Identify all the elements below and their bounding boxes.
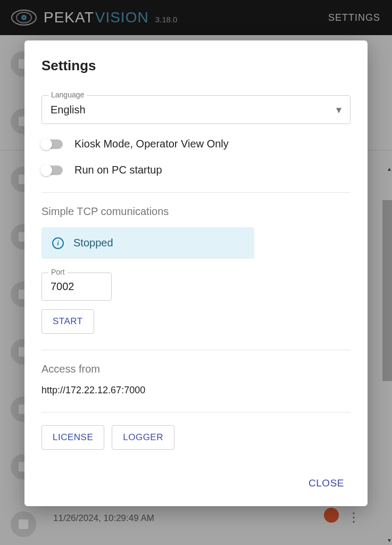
dropdown-icon: ▾: [336, 103, 341, 116]
kiosk-label: Kiosk Mode, Operator View Only: [74, 138, 229, 150]
divider: [41, 350, 351, 350]
logger-button[interactable]: LOGGER: [112, 425, 174, 450]
startup-toggle-row: Run on PC startup: [41, 164, 351, 176]
license-button[interactable]: LICENSE: [41, 425, 104, 450]
startup-toggle[interactable]: [41, 166, 63, 175]
tcp-status-badge: i Stopped: [41, 227, 254, 259]
language-label: Language: [48, 90, 87, 99]
divider: [41, 412, 351, 412]
tcp-status-text: Stopped: [73, 237, 113, 249]
divider: [41, 192, 351, 193]
language-value: English: [51, 104, 86, 116]
port-input[interactable]: Port 7002: [41, 272, 112, 301]
kiosk-toggle[interactable]: [41, 139, 63, 149]
info-icon: i: [52, 237, 64, 249]
tcp-heading: Simple TCP comunications: [41, 205, 351, 218]
modal-title: Settings: [41, 57, 351, 74]
access-heading: Access from: [41, 363, 351, 375]
startup-label: Run on PC startup: [74, 164, 162, 176]
port-label: Port: [48, 268, 68, 276]
language-select[interactable]: Language English ▾: [41, 95, 351, 124]
action-buttons: LICENSE LOGGER: [41, 425, 351, 450]
port-value: 7002: [51, 280, 103, 293]
start-button[interactable]: START: [41, 309, 94, 334]
access-url: http://172.22.12.67:7000: [41, 385, 351, 396]
modal-footer: CLOSE: [41, 473, 351, 493]
settings-modal: Settings Language English ▾ Kiosk Mode, …: [24, 40, 368, 506]
close-button[interactable]: CLOSE: [302, 473, 351, 493]
kiosk-toggle-row: Kiosk Mode, Operator View Only: [41, 138, 351, 150]
